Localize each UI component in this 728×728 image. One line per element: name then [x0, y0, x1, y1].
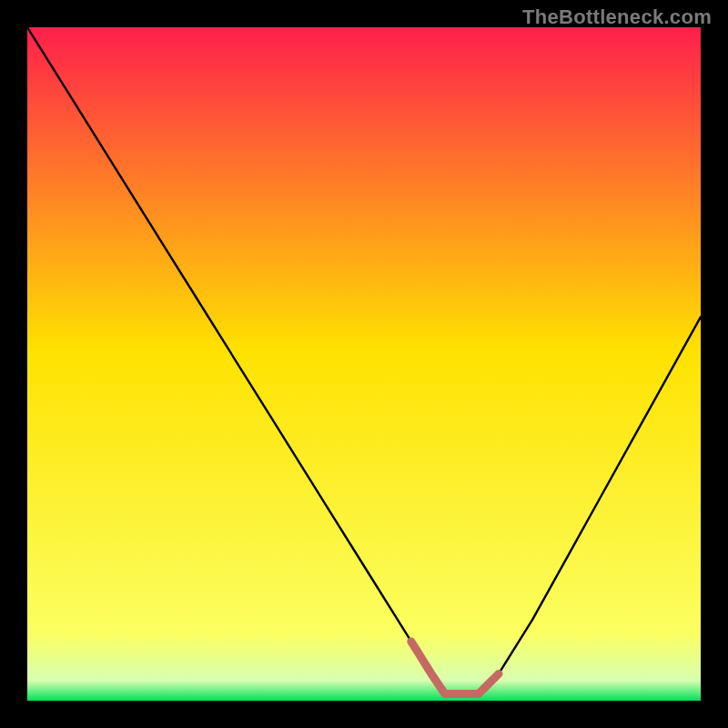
- chart-svg: [27, 27, 701, 701]
- plot-area: [27, 27, 701, 701]
- watermark-text: TheBottleneck.com: [522, 5, 712, 29]
- svg-rect-0: [27, 27, 701, 701]
- chart-container: TheBottleneck.com: [0, 0, 728, 728]
